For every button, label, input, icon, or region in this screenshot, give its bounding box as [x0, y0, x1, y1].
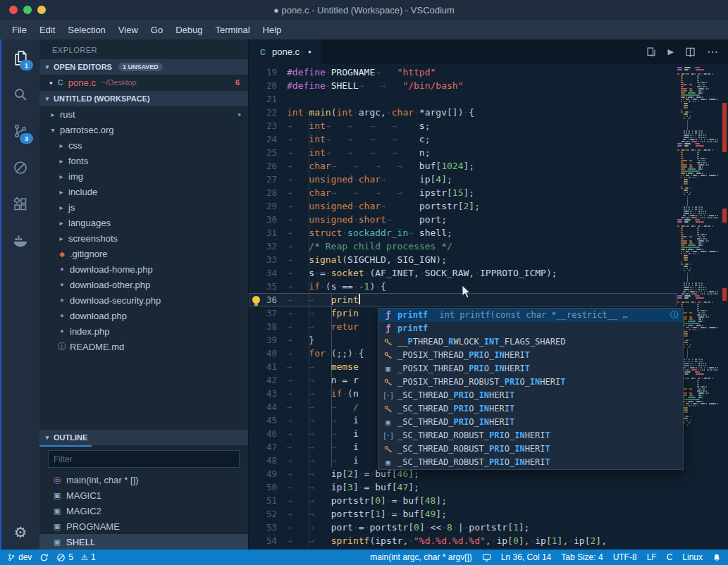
activity-manage[interactable]: ⚙ — [0, 516, 39, 550]
status-tab-size[interactable]: Tab Size: 4 — [561, 552, 603, 562]
tree-item-fonts[interactable]: ▸fonts — [39, 153, 248, 168]
suggestion-item-3[interactable]: _POSIX_THREAD_PRIO_INHERIT — [378, 349, 683, 362]
menu-help[interactable]: Help — [257, 22, 288, 38]
split-editor-button[interactable] — [685, 46, 696, 57]
tree-item-download-security-php[interactable]: ●download-security.php — [39, 292, 248, 308]
open-changes-button[interactable] — [646, 46, 657, 57]
error-mark — [722, 209, 727, 223]
tree-item-languages[interactable]: ▸languages — [39, 215, 248, 230]
suggestion-item-11[interactable]: ▣_SC_THREAD_ROBUST_PRIO_INHERIT — [378, 456, 683, 469]
status-errors[interactable]: 5 — [56, 552, 73, 562]
field-icon: ▣ — [383, 416, 393, 429]
menu-terminal[interactable]: Terminal — [209, 22, 256, 38]
tree-item-rust[interactable]: ▸rust● — [39, 106, 248, 122]
traffic-light-2[interactable] — [37, 6, 46, 14]
field-icon: ▣ — [383, 362, 393, 375]
tree-item-img[interactable]: ▸img — [39, 168, 248, 184]
suggestion-item-5[interactable]: _POSIX_THREAD_ROBUST_PRIO_INHERIT — [378, 375, 683, 389]
line-number: 31 — [249, 226, 277, 240]
traffic-light-1[interactable] — [23, 6, 32, 14]
code-text: → → fprin — [287, 306, 359, 320]
status-encoding[interactable]: UTF-8 — [613, 552, 637, 562]
tree-item-css[interactable]: ▸css — [39, 137, 248, 153]
menu-go[interactable]: Go — [144, 22, 169, 38]
code-line-54: 54→ → sprintf(ipstr,·"%d.%d.%d.%d",·ip[0… — [249, 534, 677, 547]
tree-item-index-php[interactable]: ●index.php — [39, 323, 248, 339]
tree-item-js[interactable]: ▸js — [39, 199, 248, 215]
tab-pone-c[interactable]: C pone.c ● — [249, 39, 322, 64]
run-debug-icon — [12, 159, 29, 176]
tree-item-include[interactable]: ▸include — [39, 184, 248, 199]
status-branch[interactable]: dev — [7, 552, 32, 562]
menu-view[interactable]: View — [112, 22, 144, 38]
activity-docker[interactable] — [0, 223, 39, 259]
run-button[interactable]: ▶ — [668, 47, 674, 56]
tree-label: css — [68, 140, 82, 151]
traffic-light-0[interactable] — [9, 6, 18, 14]
tree-item-screenshots[interactable]: ▸screenshots — [39, 230, 248, 246]
suggestion-item-0[interactable]: ƒprintfint printf(const char *__restrict… — [378, 309, 683, 322]
more-actions-button[interactable]: ⋯ — [707, 45, 718, 58]
tree-item-download-other-php[interactable]: ●download-other.php — [39, 277, 248, 292]
suggestion-label: _SC_THREAD_ROBUST_PRIO_INHERIT — [397, 429, 550, 442]
menu-edit[interactable]: Edit — [33, 22, 61, 38]
tree-label: .gitignore — [70, 249, 107, 259]
outline-item-magic2[interactable]: ▣MAGIC2 — [39, 503, 248, 519]
suggestion-item-6[interactable]: [·]_SC_THREAD_PRIO_INHERIT — [378, 389, 683, 402]
activity-explorer[interactable]: 1 — [0, 39, 39, 76]
activity-run-debug[interactable] — [0, 149, 39, 186]
enum-member-icon: [·] — [383, 429, 393, 442]
info-icon[interactable]: ⓘ — [670, 309, 679, 322]
activity-source-control[interactable]: 3 — [0, 113, 39, 149]
open-editors-header[interactable]: ▾ OPEN EDITORS 1 UNSAVED — [39, 59, 248, 75]
code-line-29: 29→ unsigned·char→ portstr[2]; — [249, 199, 677, 213]
tree-item-download-php[interactable]: ●download.php — [39, 308, 248, 323]
tree-item-gitignore[interactable]: ◆.gitignore — [39, 246, 248, 261]
activity-extensions[interactable] — [0, 186, 39, 223]
status-language[interactable]: C — [667, 552, 673, 562]
branch-icon — [7, 552, 16, 562]
suggestion-item-10[interactable]: _SC_THREAD_ROBUST_PRIO_INHERIT — [378, 442, 683, 456]
suggestion-item-1[interactable]: ƒprintf — [378, 322, 683, 335]
outline-item-magic1[interactable]: ▣MAGIC1 — [39, 488, 248, 503]
code-line-30: 30→ unsigned·short→ port; — [249, 213, 677, 226]
menu-debug[interactable]: Debug — [169, 22, 209, 38]
suggestion-item-2[interactable]: __PTHREAD_RWLOCK_INT_FLAGS_SHARED — [378, 335, 683, 349]
open-editor-item[interactable]: ●Cpone.c~/Desktop6 — [39, 75, 248, 90]
outline-item-main-int-char[interactable]: ◎main(int, char * []) — [39, 472, 248, 488]
chevron-right-icon: ▸ — [58, 142, 65, 149]
outline-item-progname[interactable]: ▣PROGNAME — [39, 519, 248, 534]
outline-item-shell[interactable]: ▣SHELL — [39, 534, 248, 550]
suggestion-item-7[interactable]: _SC_THREAD_PRIO_INHERIT — [378, 402, 683, 416]
activity-search[interactable] — [0, 76, 39, 113]
lightbulb-icon[interactable] — [252, 296, 260, 304]
chevron-right-icon: ▸ — [58, 219, 65, 227]
tree-item-readme-md[interactable]: ⓘREADME.md — [39, 339, 248, 354]
outline-filter-input[interactable] — [48, 450, 240, 468]
code-editor[interactable]: 19#define·PROGNAME→ "httpd"20#define·SHE… — [249, 64, 728, 550]
status-notifications[interactable] — [712, 553, 721, 562]
outline-header[interactable]: ▾ OUTLINE — [39, 430, 248, 445]
workspace-header[interactable]: ▾ UNTITLED (WORKSPACE) — [39, 91, 248, 106]
titlebar[interactable]: ● pone.c - Untitled (Workspace) - VSCodi… — [0, 0, 728, 20]
status-warnings[interactable]: ⚠1 — [81, 552, 96, 562]
line-number: 27 — [249, 173, 277, 186]
status-eol[interactable]: LF — [647, 552, 657, 562]
code-area[interactable]: 19#define·PROGNAME→ "httpd"20#define·SHE… — [249, 66, 677, 547]
status-symbol-context[interactable]: main(int argc, char * argv[]) — [370, 552, 472, 562]
code-line-50: 50→ → ip[3]·=·buf[47]; — [249, 480, 677, 494]
tree-item-download-home-php[interactable]: ●download-home.php — [39, 261, 248, 277]
status-sync[interactable] — [39, 553, 49, 562]
suggestion-item-4[interactable]: ▣_POSIX_THREAD_PRIO_INHERIT — [378, 362, 683, 375]
status-os[interactable]: Linux — [682, 552, 703, 562]
status-screencast[interactable] — [482, 553, 491, 562]
tree-item-parrotsec-org[interactable]: ▾parrotsec.org — [39, 122, 248, 137]
suggestion-item-8[interactable]: ▣_SC_THREAD_PRIO_INHERIT — [378, 416, 683, 429]
menu-selection[interactable]: Selection — [61, 22, 111, 38]
menu-file[interactable]: File — [6, 22, 33, 38]
status-cursor-position[interactable]: Ln 36, Col 14 — [501, 552, 551, 562]
modified-dot-icon: ● — [308, 49, 311, 55]
suggestion-item-9[interactable]: [·]_SC_THREAD_ROBUST_PRIO_INHERIT — [378, 429, 683, 442]
unsaved-badge: 1 UNSAVED — [118, 63, 163, 71]
outline-label: PROGNAME — [66, 521, 120, 532]
